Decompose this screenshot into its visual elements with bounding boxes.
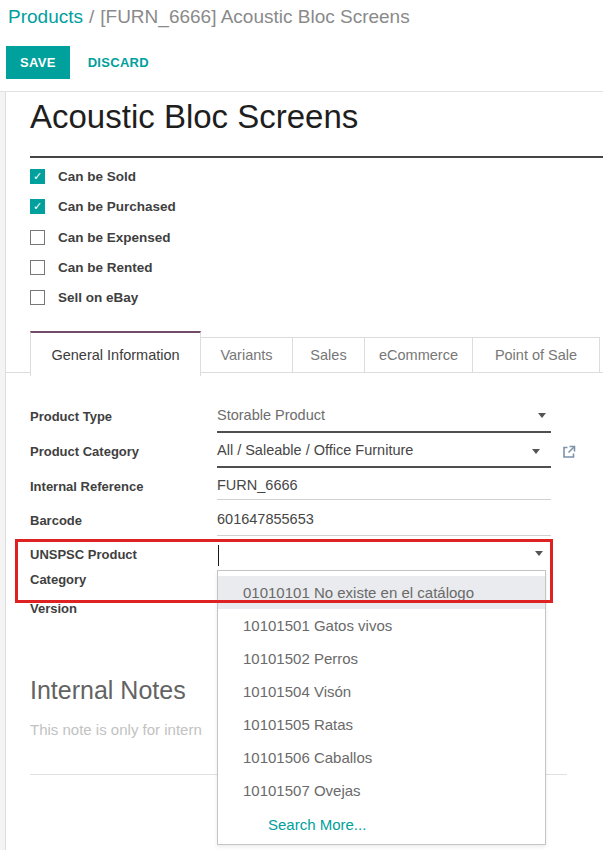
barcode-underline: [217, 535, 551, 536]
dropdown-item[interactable]: 10101504 Visón: [218, 675, 545, 708]
checkbox-label: Can be Rented: [58, 260, 153, 275]
product-title-underline: [30, 156, 603, 158]
unspsc-category-label-line2: Category: [30, 572, 86, 587]
checkbox-box[interactable]: ✓: [30, 290, 45, 305]
dropdown-item[interactable]: 10101505 Ratas: [218, 708, 545, 741]
text-cursor: [218, 545, 219, 566]
tab-sales[interactable]: Sales: [293, 337, 365, 372]
toolbar: SAVE DISCARD: [6, 46, 163, 79]
checkbox-box[interactable]: ✓: [30, 169, 45, 184]
checkbox-can-be-expensed[interactable]: ✓ Can be Expensed: [30, 230, 171, 245]
product-form-page: Products/[FURN_6666] Acoustic Bloc Scree…: [0, 0, 603, 850]
breadcrumb-separator: /: [83, 6, 100, 27]
dropdown-item[interactable]: 10101506 Caballos: [218, 741, 545, 774]
unspsc-category-label-line1: UNSPSC Product: [30, 547, 137, 562]
tab-point-of-sale[interactable]: Point of Sale: [473, 337, 600, 372]
barcode-input[interactable]: 601647855653: [217, 511, 314, 527]
checkbox-box[interactable]: ✓: [30, 199, 45, 214]
discard-button[interactable]: DISCARD: [74, 46, 163, 79]
checkbox-can-be-purchased[interactable]: ✓ Can be Purchased: [30, 199, 176, 214]
tab-ecommerce[interactable]: eCommerce: [365, 337, 473, 372]
checkbox-label: Sell on eBay: [58, 290, 138, 305]
tab-general-information[interactable]: General Information: [30, 331, 201, 376]
product-type-label: Product Type: [30, 409, 112, 424]
checkbox-can-be-sold[interactable]: ✓ Can be Sold: [30, 169, 136, 184]
external-link-icon[interactable]: [561, 444, 577, 464]
search-more-link[interactable]: Search More...: [218, 807, 545, 842]
breadcrumb: Products/[FURN_6666] Acoustic Bloc Scree…: [8, 6, 410, 28]
barcode-label: Barcode: [30, 513, 82, 528]
checkmark-icon: ✓: [33, 171, 42, 182]
internal-reference-input[interactable]: FURN_6666: [217, 477, 298, 493]
checkbox-label: Can be Sold: [58, 169, 136, 184]
sheet-top-border: [0, 91, 603, 92]
dropdown-item[interactable]: 10101502 Perros: [218, 642, 545, 675]
tab-variants[interactable]: Variants: [201, 337, 293, 372]
checkbox-sell-on-ebay[interactable]: ✓ Sell on eBay: [30, 290, 138, 305]
internal-reference-label: Internal Reference: [30, 479, 143, 494]
checkmark-icon: ✓: [33, 201, 42, 212]
unspsc-autocomplete-dropdown: 01010101 No existe en el catálogo 101015…: [217, 570, 546, 845]
checkbox-box[interactable]: ✓: [30, 230, 45, 245]
breadcrumb-current: [FURN_6666] Acoustic Bloc Screens: [100, 6, 409, 27]
checkbox-label: Can be Expensed: [58, 230, 171, 245]
checkbox-box[interactable]: ✓: [30, 260, 45, 275]
sheet-left-margin: [0, 92, 6, 850]
product-title-input[interactable]: Acoustic Bloc Screens: [30, 98, 358, 136]
dropdown-item[interactable]: 10101501 Gatos vivos: [218, 609, 545, 642]
internal-reference-underline: [217, 499, 551, 500]
chevron-down-icon[interactable]: [538, 413, 546, 418]
breadcrumb-products-link[interactable]: Products: [8, 6, 83, 27]
checkbox-label: Can be Purchased: [58, 199, 176, 214]
product-category-underline: [217, 466, 551, 468]
chevron-down-icon[interactable]: [532, 449, 540, 454]
version-label: Version: [30, 601, 77, 616]
internal-notes-heading: Internal Notes: [30, 676, 186, 705]
product-category-label: Product Category: [30, 444, 139, 459]
dropdown-item[interactable]: 10101507 Ovejas: [218, 774, 545, 807]
internal-notes-textarea[interactable]: This note is only for intern: [30, 721, 202, 738]
checkbox-can-be-rented[interactable]: ✓ Can be Rented: [30, 260, 153, 275]
chevron-down-icon[interactable]: [535, 551, 543, 556]
product-type-underline: [217, 431, 551, 433]
product-type-select[interactable]: Storable Product: [217, 407, 325, 423]
save-button[interactable]: SAVE: [6, 46, 70, 79]
product-category-input[interactable]: All / Saleable / Office Furniture: [217, 442, 413, 458]
dropdown-item[interactable]: 01010101 No existe en el catálogo: [218, 576, 545, 609]
